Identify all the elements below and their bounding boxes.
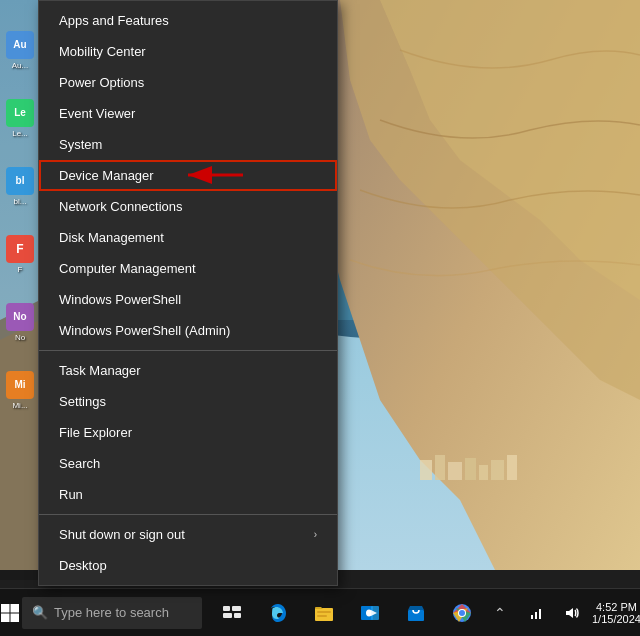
svg-rect-5 <box>435 455 445 480</box>
menu-item-apps-and-features[interactable]: Apps and Features <box>39 5 337 36</box>
menu-item-label-disk-management: Disk Management <box>59 230 164 245</box>
menu-item-label-power-options: Power Options <box>59 75 144 90</box>
taskbar: 🔍 Type here to search <box>0 588 640 636</box>
svg-rect-35 <box>539 609 541 619</box>
menu-item-settings[interactable]: Settings <box>39 386 337 417</box>
svg-point-32 <box>459 610 465 616</box>
menu-item-computer-management[interactable]: Computer Management <box>39 253 337 284</box>
svg-rect-8 <box>479 465 488 480</box>
svg-rect-28 <box>408 610 424 621</box>
svg-rect-17 <box>1 613 10 622</box>
menu-item-label-run: Run <box>59 487 83 502</box>
menu-separator <box>39 350 337 351</box>
taskbar-pinned-apps <box>210 591 484 635</box>
menu-item-label-system: System <box>59 137 102 152</box>
taskbar-search-placeholder: Type here to search <box>54 605 169 620</box>
outlook-button[interactable] <box>348 591 392 635</box>
red-arrow-indicator <box>178 160 248 194</box>
menu-item-event-viewer[interactable]: Event Viewer <box>39 98 337 129</box>
desktop-icon-audio[interactable]: Au Au... <box>0 20 40 80</box>
clock-date: 1/15/2024 <box>592 613 640 625</box>
desktop-icon-learn[interactable]: Le Le... <box>0 88 40 148</box>
submenu-chevron-shut-down-or-sign-out: › <box>314 529 317 540</box>
desktop-icon-no[interactable]: No No <box>0 292 40 352</box>
network-icon[interactable] <box>520 597 552 629</box>
svg-rect-7 <box>465 458 476 480</box>
menu-item-network-connections[interactable]: Network Connections <box>39 191 337 222</box>
desktop-icon-mi[interactable]: Mi Mi... <box>0 360 40 420</box>
taskbar-search-box[interactable]: 🔍 Type here to search <box>22 597 202 629</box>
store-button[interactable] <box>394 591 438 635</box>
clock-time: 4:52 PM <box>596 601 637 613</box>
menu-item-disk-management[interactable]: Disk Management <box>39 222 337 253</box>
menu-item-label-apps-and-features: Apps and Features <box>59 13 169 28</box>
menu-separator <box>39 514 337 515</box>
edge-icon <box>267 602 289 624</box>
svg-rect-23 <box>315 608 333 621</box>
menu-item-mobility-center[interactable]: Mobility Center <box>39 36 337 67</box>
svg-rect-4 <box>420 460 432 480</box>
menu-item-windows-powershell[interactable]: Windows PowerShell <box>39 284 337 315</box>
file-explorer-button[interactable] <box>302 591 346 635</box>
desktop-icons-area: Au Au... Le Le... bl bl... F F No No Mi … <box>0 0 40 580</box>
store-icon <box>405 602 427 624</box>
search-icon: 🔍 <box>32 605 48 620</box>
desktop-icon-f[interactable]: F F <box>0 224 40 284</box>
menu-item-label-file-explorer: File Explorer <box>59 425 132 440</box>
svg-rect-21 <box>223 613 232 618</box>
menu-item-label-event-viewer: Event Viewer <box>59 106 135 121</box>
svg-rect-20 <box>232 606 241 611</box>
volume-tray-icon <box>564 605 580 621</box>
menu-item-label-device-manager: Device Manager <box>59 168 154 183</box>
chrome-icon <box>451 602 473 624</box>
svg-rect-15 <box>1 604 10 613</box>
file-explorer-icon <box>313 602 335 624</box>
network-tray-icon <box>528 605 544 621</box>
tray-chevron[interactable]: ⌃ <box>484 597 516 629</box>
menu-item-search[interactable]: Search <box>39 448 337 479</box>
menu-item-shut-down-or-sign-out[interactable]: Shut down or sign out› <box>39 519 337 550</box>
svg-rect-25 <box>317 615 327 617</box>
menu-item-label-mobility-center: Mobility Center <box>59 44 146 59</box>
menu-item-run[interactable]: Run <box>39 479 337 510</box>
svg-rect-22 <box>234 613 241 618</box>
svg-rect-10 <box>507 455 517 480</box>
svg-rect-34 <box>535 612 537 619</box>
menu-item-label-windows-powershell: Windows PowerShell <box>59 292 181 307</box>
menu-item-label-desktop: Desktop <box>59 558 107 573</box>
menu-item-power-options[interactable]: Power Options <box>39 67 337 98</box>
menu-item-label-search: Search <box>59 456 100 471</box>
menu-item-task-manager[interactable]: Task Manager <box>39 355 337 386</box>
menu-item-file-explorer[interactable]: File Explorer <box>39 417 337 448</box>
menu-item-desktop[interactable]: Desktop <box>39 550 337 581</box>
menu-item-label-settings: Settings <box>59 394 106 409</box>
task-view-button[interactable] <box>210 591 254 635</box>
windows-logo-icon <box>0 603 20 623</box>
task-view-icon <box>222 605 242 621</box>
chrome-button[interactable] <box>440 591 484 635</box>
menu-item-label-task-manager: Task Manager <box>59 363 141 378</box>
svg-rect-33 <box>531 615 533 619</box>
taskbar-system-tray: ⌃ 4:52 PM 1/15/2024 <box>484 597 640 629</box>
menu-item-label-windows-powershell-admin: Windows PowerShell (Admin) <box>59 323 230 338</box>
menu-item-label-shut-down-or-sign-out: Shut down or sign out <box>59 527 185 542</box>
svg-rect-19 <box>223 606 230 611</box>
outlook-icon <box>359 602 381 624</box>
system-clock[interactable]: 4:52 PM 1/15/2024 <box>592 601 640 625</box>
menu-item-label-network-connections: Network Connections <box>59 199 183 214</box>
desktop-icon-blue[interactable]: bl bl... <box>0 156 40 216</box>
svg-rect-16 <box>11 604 20 613</box>
edge-browser-button[interactable] <box>256 591 300 635</box>
menu-item-windows-powershell-admin[interactable]: Windows PowerShell (Admin) <box>39 315 337 346</box>
svg-rect-18 <box>11 613 20 622</box>
svg-rect-6 <box>448 462 462 480</box>
svg-rect-24 <box>317 611 331 613</box>
start-button[interactable] <box>0 589 20 637</box>
svg-rect-9 <box>491 460 504 480</box>
volume-icon[interactable] <box>556 597 588 629</box>
menu-item-label-computer-management: Computer Management <box>59 261 196 276</box>
context-menu: Apps and FeaturesMobility CenterPower Op… <box>38 0 338 586</box>
menu-item-system[interactable]: System <box>39 129 337 160</box>
